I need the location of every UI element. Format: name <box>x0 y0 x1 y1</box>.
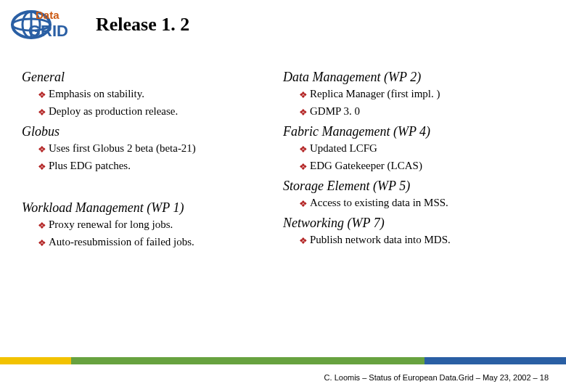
logo-top-word: Data <box>36 9 60 21</box>
list-item-text: Replica Manager (first impl. ) <box>310 88 440 100</box>
list-item-text: Deploy as production release. <box>49 105 178 118</box>
diamond-bullet-icon: ❖ <box>299 105 308 120</box>
diamond-bullet-icon: ❖ <box>299 234 308 248</box>
list-item-text: Updated LCFG <box>310 142 377 155</box>
list-item: ❖Access to existing data in MSS. <box>299 197 537 211</box>
diamond-bullet-icon: ❖ <box>299 160 308 174</box>
spacer <box>22 177 276 196</box>
content: General ❖Emphasis on stability. ❖Deploy … <box>22 65 544 253</box>
section-heading: Data Management (WP 2) <box>283 70 537 85</box>
section-heading: General <box>22 70 276 85</box>
diamond-bullet-icon: ❖ <box>38 105 46 120</box>
datagrid-logo: Data GRID <box>11 9 87 41</box>
list-item-text: EDG Gatekeeper (LCAS) <box>310 160 422 172</box>
band-yellow <box>0 357 71 364</box>
list-item: ❖Updated LCFG <box>299 142 537 157</box>
list-item-text: Uses first Globus 2 beta (beta-21) <box>49 142 196 155</box>
list-item-text: Emphasis on stability. <box>49 88 144 100</box>
section-heading: Networking (WP 7) <box>283 216 537 231</box>
list-item-text: Publish network data into MDS. <box>310 234 451 246</box>
diamond-bullet-icon: ❖ <box>38 236 46 250</box>
list-item: ❖Deploy as production release. <box>38 105 276 120</box>
list-item-text: Auto-resubmission of failed jobs. <box>49 236 194 248</box>
list-item-text: Proxy renewal for long jobs. <box>49 219 173 231</box>
band-green <box>71 357 425 364</box>
diamond-bullet-icon: ❖ <box>38 88 46 102</box>
list-item: ❖GDMP 3. 0 <box>299 105 537 120</box>
color-band <box>0 357 566 364</box>
diamond-bullet-icon: ❖ <box>299 197 308 211</box>
section-heading: Storage Element (WP 5) <box>283 179 537 194</box>
logo-bottom-word: GRID <box>28 22 68 40</box>
list-item: ❖Replica Manager (first impl. ) <box>299 88 537 102</box>
list-item: ❖Publish network data into MDS. <box>299 234 537 248</box>
list-item: ❖Emphasis on stability. <box>38 88 276 102</box>
band-blue <box>424 357 566 364</box>
list-item-text: Plus EDG patches. <box>49 160 131 172</box>
list-item: ❖Auto-resubmission of failed jobs. <box>38 236 276 250</box>
slide: Data GRID Release 1. 2 General ❖Emphasis… <box>0 0 566 392</box>
footer-text: C. Loomis – Status of European Data.Grid… <box>324 373 549 382</box>
diamond-bullet-icon: ❖ <box>38 160 46 174</box>
diamond-bullet-icon: ❖ <box>299 142 308 157</box>
section-heading: Fabric Management (WP 4) <box>283 124 537 139</box>
diamond-bullet-icon: ❖ <box>38 142 46 157</box>
diamond-bullet-icon: ❖ <box>38 219 46 233</box>
right-column: Data Management (WP 2) ❖Replica Manager … <box>283 65 544 253</box>
section-heading: Workload Management (WP 1) <box>22 200 276 216</box>
list-item: ❖Uses first Globus 2 beta (beta-21) <box>38 142 276 157</box>
left-column: General ❖Emphasis on stability. ❖Deploy … <box>22 65 283 253</box>
list-item: ❖Plus EDG patches. <box>38 160 276 174</box>
list-item-text: Access to existing data in MSS. <box>310 197 448 209</box>
list-item-text: GDMP 3. 0 <box>310 105 360 118</box>
section-heading: Globus <box>22 124 276 139</box>
slide-title: Release 1. 2 <box>96 14 189 36</box>
list-item: ❖Proxy renewal for long jobs. <box>38 219 276 233</box>
diamond-bullet-icon: ❖ <box>299 88 308 102</box>
header: Data GRID Release 1. 2 <box>11 9 189 41</box>
list-item: ❖EDG Gatekeeper (LCAS) <box>299 160 537 174</box>
